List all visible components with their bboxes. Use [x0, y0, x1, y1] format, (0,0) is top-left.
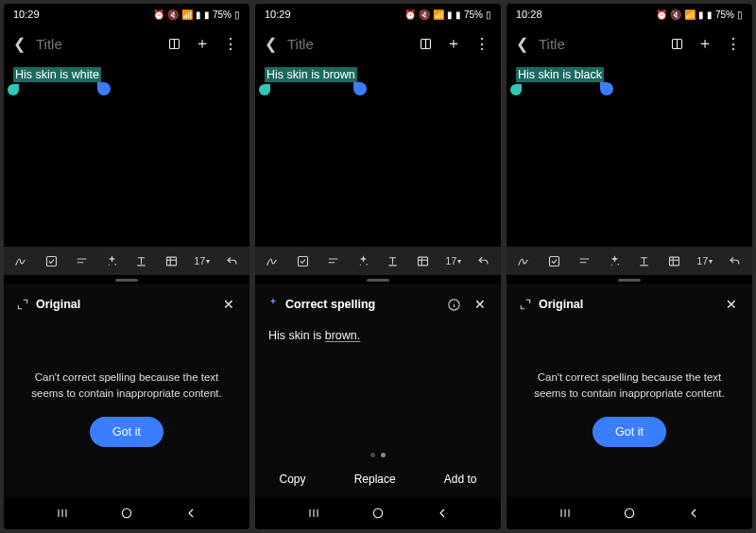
text-format-icon[interactable]: [128, 247, 156, 275]
close-icon[interactable]: ✕: [471, 295, 490, 314]
nav-home[interactable]: [359, 497, 397, 529]
nav-recent[interactable]: [295, 497, 333, 529]
panel-header: Original ✕: [507, 285, 752, 319]
checkbox-icon[interactable]: [541, 247, 569, 275]
pagination-dots: [255, 447, 501, 463]
svg-point-22: [366, 263, 368, 265]
table-icon[interactable]: [661, 247, 689, 275]
undo-icon[interactable]: [469, 247, 497, 275]
replace-button[interactable]: Replace: [354, 473, 396, 486]
undo-icon[interactable]: [217, 247, 246, 275]
format-toolbar: 17▾: [507, 247, 752, 275]
mute-icon: 🔇: [419, 9, 430, 20]
close-icon[interactable]: ✕: [722, 295, 741, 314]
back-button[interactable]: ❮: [8, 35, 30, 53]
back-button[interactable]: ❮: [259, 35, 282, 53]
dot: [370, 453, 375, 457]
nav-back[interactable]: [172, 497, 210, 529]
phone-screen-2: 10:29 ⏰ 🔇 📶 ▮ ▮ 75% ▯ ❮ Title ＋ ⋮ His sk…: [255, 4, 501, 529]
panel-grabber[interactable]: [4, 275, 249, 284]
appbar-title[interactable]: Title: [36, 36, 157, 52]
more-menu-icon[interactable]: ⋮: [722, 32, 745, 55]
table-icon[interactable]: [409, 247, 438, 275]
appbar-title[interactable]: Title: [287, 36, 408, 52]
reader-mode-icon[interactable]: [163, 32, 185, 55]
battery-percent: 75%: [464, 9, 483, 20]
text-style-icon[interactable]: [571, 247, 599, 275]
panel-grabber[interactable]: [255, 275, 501, 284]
font-size-dropdown[interactable]: 17▾: [188, 247, 216, 275]
selection-handle-left[interactable]: [259, 84, 270, 95]
selection-handle-right[interactable]: [600, 82, 613, 95]
handwriting-icon[interactable]: [259, 247, 287, 275]
more-menu-icon[interactable]: ⋮: [471, 32, 493, 55]
selection-handle-left[interactable]: [510, 84, 522, 95]
selection-handle-right[interactable]: [97, 82, 111, 95]
selection-handle-left[interactable]: [8, 84, 19, 95]
handwriting-icon[interactable]: [510, 247, 539, 275]
close-icon[interactable]: ✕: [219, 295, 238, 314]
status-indicators: ⏰ 🔇 📶 ▮ ▮ 75% ▯: [153, 9, 240, 20]
checkbox-icon[interactable]: [38, 247, 66, 275]
handwriting-icon[interactable]: [8, 247, 36, 275]
reader-mode-icon[interactable]: [414, 32, 437, 55]
more-menu-icon[interactable]: ⋮: [219, 32, 242, 55]
selected-text[interactable]: His skin is brown: [265, 67, 357, 82]
battery-icon: ▯: [486, 9, 491, 20]
signal-icon-2: ▮: [707, 9, 713, 20]
corrected-text: His skin is brown.: [268, 329, 360, 342]
text-format-icon[interactable]: [379, 247, 407, 275]
text-format-icon[interactable]: [630, 247, 659, 275]
appbar-title[interactable]: Title: [539, 36, 660, 52]
text-style-icon[interactable]: [68, 247, 96, 275]
add-button[interactable]: ＋: [442, 32, 465, 55]
nav-recent[interactable]: [43, 497, 81, 529]
expand-icon[interactable]: [15, 297, 30, 312]
font-size-dropdown[interactable]: 17▾: [439, 247, 468, 275]
got-it-button[interactable]: Got it: [593, 417, 666, 447]
panel-header: Correct spelling ✕: [255, 285, 501, 319]
add-button[interactable]: ＋: [694, 32, 716, 55]
info-icon[interactable]: [444, 295, 463, 314]
format-toolbar: 17▾: [255, 247, 501, 275]
editor[interactable]: His skin is black: [507, 62, 752, 247]
error-message: Can't correct spelling because the text …: [21, 370, 232, 401]
reader-mode-icon[interactable]: [665, 32, 688, 55]
statusbar: 10:29 ⏰ 🔇 📶 ▮ ▮ 75% ▯: [255, 4, 501, 25]
undo-icon[interactable]: [720, 247, 748, 275]
selected-text[interactable]: His skin is black: [516, 67, 604, 82]
phone-screen-1: 10:29 ⏰ 🔇 📶 ▮ ▮ 75% ▯ ❮ Title ＋ ⋮ His sk…: [4, 4, 249, 529]
font-size-dropdown[interactable]: 17▾: [691, 247, 719, 275]
copy-button[interactable]: Copy: [280, 473, 306, 486]
panel-body: His skin is brown.: [255, 319, 501, 447]
appbar: ❮ Title ＋ ⋮: [507, 25, 752, 62]
back-button[interactable]: ❮: [510, 35, 533, 53]
nav-recent[interactable]: [546, 497, 584, 529]
svg-point-53: [625, 508, 633, 517]
ai-sparkle-icon[interactable]: [349, 247, 377, 275]
selected-text[interactable]: His skin is white: [13, 67, 101, 82]
nav-home[interactable]: [108, 497, 146, 529]
nav-home[interactable]: [610, 497, 648, 529]
editor[interactable]: His skin is brown: [255, 62, 501, 247]
got-it-button[interactable]: Got it: [90, 417, 163, 447]
checkbox-icon[interactable]: [289, 247, 318, 275]
status-indicators: ⏰ 🔇 📶 ▮ ▮ 75% ▯: [656, 9, 743, 20]
add-to-button[interactable]: Add to: [444, 473, 477, 486]
ai-sparkle-icon[interactable]: [97, 247, 126, 275]
nav-back[interactable]: [423, 497, 461, 529]
selection-handle-right[interactable]: [353, 82, 367, 95]
dot-active: [381, 453, 386, 457]
text-style-icon[interactable]: [319, 247, 348, 275]
expand-icon[interactable]: [518, 297, 533, 312]
ai-sparkle-icon[interactable]: [600, 247, 628, 275]
panel-header: Original ✕: [4, 285, 249, 319]
navbar: [4, 497, 249, 529]
nav-back[interactable]: [675, 497, 713, 529]
editor[interactable]: His skin is white: [4, 62, 249, 247]
table-icon[interactable]: [158, 247, 186, 275]
add-button[interactable]: ＋: [191, 32, 214, 55]
panel-title: Original: [539, 298, 716, 311]
panel-grabber[interactable]: [507, 275, 752, 284]
svg-point-23: [359, 264, 360, 265]
